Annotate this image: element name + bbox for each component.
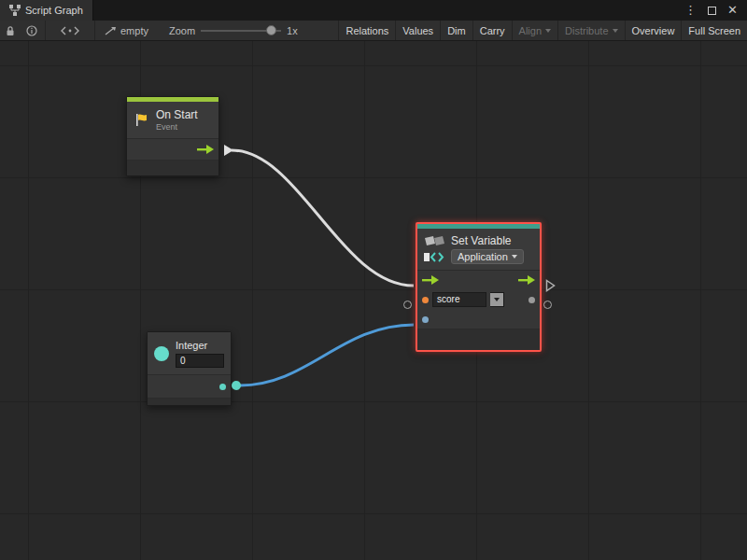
- value-output-port[interactable]: [529, 297, 535, 303]
- node-header: On Start Event: [127, 102, 218, 139]
- value-wire[interactable]: [240, 325, 414, 385]
- chevron-down-icon: [545, 29, 551, 33]
- unconnected-value-port-left[interactable]: [403, 301, 412, 309]
- node-footer: [148, 398, 231, 405]
- zoom-slider[interactable]: [201, 21, 281, 41]
- flow-port-row: [417, 271, 540, 289]
- node-title: Set Variable: [451, 234, 511, 247]
- node-integer[interactable]: Integer 0: [147, 331, 232, 406]
- graph-icon: [9, 5, 21, 16]
- value-port-row: [417, 310, 540, 329]
- port-row: [127, 139, 218, 160]
- code-view-icon[interactable]: [48, 21, 92, 40]
- toolbar-separator: [94, 21, 95, 40]
- node-subtitle: Event: [156, 122, 198, 132]
- zoom-slider-handle[interactable]: [266, 25, 276, 35]
- integer-output-port[interactable]: [219, 384, 226, 390]
- window-controls: ⋮ ✕: [675, 0, 747, 21]
- node-set-variable[interactable]: Set Variable Application: [416, 222, 542, 352]
- name-port-row: score: [417, 289, 540, 310]
- toolbar-buttons: Relations Values Dim Carry Align Distrib…: [338, 21, 747, 40]
- node-footer: [127, 160, 218, 175]
- overview-button[interactable]: Overview: [625, 21, 682, 40]
- carry-button[interactable]: Carry: [472, 21, 512, 40]
- tab-title: Script Graph: [25, 5, 83, 16]
- titlebar: Script Graph ⋮ ✕: [0, 0, 747, 21]
- connected-integer-port-marker[interactable]: [232, 381, 241, 390]
- node-header: Integer 0: [148, 332, 231, 375]
- flag-icon: [134, 112, 149, 128]
- zoom-value: 1x: [287, 25, 298, 36]
- info-icon[interactable]: [21, 21, 43, 40]
- chevron-down-icon: [512, 255, 517, 259]
- integer-value-field[interactable]: 0: [176, 354, 224, 368]
- name-input-port[interactable]: [422, 297, 429, 303]
- variables-icon: [423, 235, 445, 247]
- toolbar-separator: [45, 21, 46, 40]
- code-brackets-icon: [423, 251, 445, 263]
- flow-input-port[interactable]: [422, 274, 439, 286]
- fullscreen-button[interactable]: Full Screen: [681, 21, 747, 40]
- dim-button[interactable]: Dim: [440, 21, 472, 40]
- integer-type-icon: [154, 346, 169, 361]
- values-button[interactable]: Values: [395, 21, 440, 40]
- lock-icon[interactable]: [0, 21, 21, 40]
- graph-pointer-chip[interactable]: empty: [97, 25, 156, 36]
- wires-layer: [0, 41, 747, 560]
- flow-output-port[interactable]: [197, 144, 214, 155]
- graph-canvas[interactable]: On Start Event S: [0, 41, 747, 560]
- graph-toolbar: empty Zoom 1x Relations Values Dim Carry…: [0, 21, 747, 41]
- node-footer: [417, 329, 540, 350]
- close-icon[interactable]: ✕: [727, 0, 738, 21]
- variable-name-field[interactable]: score: [432, 292, 486, 307]
- value-input-port[interactable]: [422, 316, 429, 323]
- flow-wire[interactable]: [232, 150, 414, 286]
- unconnected-flow-port-marker[interactable]: [545, 279, 556, 292]
- node-title: On Start: [156, 108, 198, 121]
- distribute-button: Distribute: [557, 21, 624, 40]
- maximize-icon[interactable]: [708, 7, 716, 15]
- variable-scope-dropdown[interactable]: Application: [451, 249, 524, 264]
- relations-button[interactable]: Relations: [338, 21, 395, 40]
- connected-flow-port-marker[interactable]: [223, 144, 234, 157]
- node-on-start[interactable]: On Start Event: [126, 96, 219, 176]
- empty-label: empty: [120, 25, 148, 36]
- chevron-down-icon: [494, 298, 500, 301]
- variable-name-dropdown[interactable]: [490, 292, 504, 307]
- unconnected-value-port-right[interactable]: [543, 301, 552, 309]
- chevron-down-icon: [613, 29, 618, 33]
- relation-arrow-icon: [105, 26, 117, 35]
- tab-script-graph[interactable]: Script Graph: [0, 0, 93, 21]
- unity-window: Script Graph ⋮ ✕: [0, 0, 747, 560]
- node-header: Set Variable Application: [417, 229, 540, 271]
- align-button: Align: [512, 21, 557, 40]
- flow-output-port[interactable]: [518, 274, 535, 286]
- menu-icon[interactable]: ⋮: [684, 0, 697, 21]
- zoom-label: Zoom: [169, 25, 195, 36]
- node-title: Integer: [176, 340, 224, 351]
- port-row: [148, 375, 231, 398]
